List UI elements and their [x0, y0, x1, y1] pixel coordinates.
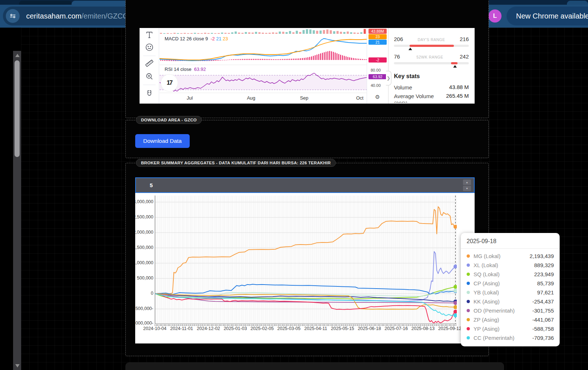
macd-hist-value: -2	[210, 36, 215, 41]
page-content: MACD 12 26 close 9 -2 21 23 RSI 14 close…	[0, 28, 588, 370]
tooltip-date: 2025-09-18	[461, 233, 560, 249]
volume-bars-chart	[160, 29, 367, 34]
magnet-tool-icon[interactable]	[145, 89, 154, 98]
wk52-low: 76	[394, 53, 400, 60]
series-dot-icon	[467, 291, 470, 294]
download-section-legend: DOWNLOAD AREA - GZCO	[136, 116, 202, 124]
chart-section: MACD 12 26 close 9 -2 21 23 RSI 14 close…	[125, 0, 489, 118]
broker-chart-panel: -1,000,000-500,0000500,0001,000,0001,500…	[135, 193, 475, 343]
price-scale[interactable]: 43.88M 23 21 -2 80.00 63.92 40.00 ⚙	[367, 28, 388, 104]
rsi-scale-40: 40.00	[371, 83, 381, 88]
key-stats-title: Key stats	[394, 73, 420, 80]
wk52-track	[394, 62, 469, 64]
series-dot-icon	[467, 336, 470, 339]
time-axis-label: Oct	[351, 95, 368, 101]
tooltip-series-value: 97,621	[537, 289, 554, 295]
collapse-chevron-button[interactable]: ❯	[386, 71, 391, 85]
tooltip-series-value: -441,067	[532, 317, 554, 323]
tooltip-row: KK (Asing)-254,437	[467, 297, 554, 306]
scrollbar-up-arrow[interactable]	[15, 54, 20, 57]
stepper-down-button[interactable]: ▼	[463, 186, 471, 191]
tv-drawing-toolbar	[140, 28, 159, 104]
scrollbar-down-arrow[interactable]	[15, 364, 20, 367]
tooltip-series-value: -588,758	[532, 326, 554, 332]
ruler-tool-icon[interactable]	[145, 59, 154, 68]
day-range-track	[394, 45, 469, 47]
rsi-scale-80: 80.00	[371, 68, 381, 72]
macd-fast-value: 21	[216, 36, 221, 41]
tradingview-logo[interactable]: 17	[161, 75, 178, 91]
avg-volume-value: 265.45 M	[446, 93, 469, 103]
day-range-marker	[408, 48, 412, 50]
macd-label: MACD 12 26 close 9 -2 21 23	[165, 36, 228, 41]
day-range-label: DAY'S RANGE	[418, 37, 445, 42]
avg-volume-label: Average Volume(30D)	[394, 93, 434, 103]
series-end-dot-ZP	[454, 305, 457, 309]
site-settings-icon[interactable]	[6, 9, 20, 23]
emoji-tool-icon[interactable]	[145, 43, 154, 52]
series-dot-icon	[467, 327, 470, 330]
text-tool-icon[interactable]	[145, 30, 154, 40]
y-tick-label: 2,000,000	[135, 230, 153, 235]
tooltip-series-value: 223,949	[534, 271, 554, 277]
wk52-segment	[451, 62, 458, 64]
browser-window: ceritasaham.com/emiten/GZCO ☆ L New Chro…	[0, 0, 588, 370]
tooltip-row: ZP (Asing)-441,067	[467, 315, 554, 324]
tooltip-series-value: -301,755	[532, 307, 554, 314]
update-chrome-button[interactable]: New Chrome available	[507, 7, 588, 25]
macd-fast-badge: 21	[368, 40, 387, 45]
tooltip-row: CP (Asing)85,739	[467, 279, 554, 288]
tooltip-row: MG (Lokal)2,193,439	[467, 252, 554, 261]
tooltip-row: CC (Pemerintah)-709,736	[467, 333, 554, 342]
tooltip-series-value: -254,437	[532, 298, 554, 305]
series-dot-icon	[467, 318, 470, 321]
tooltip-series-label: KK (Asing)	[474, 298, 500, 305]
wk52-marker	[453, 65, 457, 68]
series-dot-icon	[467, 273, 470, 276]
panel-divider	[388, 28, 388, 104]
series-dot-icon	[467, 254, 470, 258]
next-section-panel	[125, 362, 504, 370]
y-tick-label: 500,000	[135, 276, 153, 281]
scrollbar-thumb[interactable]	[15, 60, 20, 157]
tradingview-panel: MACD 12 26 close 9 -2 21 23 RSI 14 close…	[140, 28, 475, 104]
stepper-up-button[interactable]: ▲	[463, 180, 471, 185]
series-dot-icon	[467, 300, 470, 303]
tooltip-series-label: XL (Lokal)	[474, 262, 498, 268]
broker-lines-chart	[155, 196, 457, 324]
url-text[interactable]: ceritasaham.com/emiten/GZCO	[26, 12, 128, 20]
volume-label: Volume	[394, 84, 412, 91]
browser-tab[interactable]	[567, 1, 588, 5]
toolbar-divider	[143, 85, 156, 85]
broker-summary-legend: BROKER SUMMARY AGGREGATES - DATA KUMULAT…	[136, 159, 336, 167]
tooltip-series-label: ZP (Asing)	[474, 317, 499, 323]
pane-divider	[160, 93, 367, 93]
macd-slow-value: 23	[223, 36, 228, 41]
chart-settings-gear-icon[interactable]: ⚙	[375, 94, 380, 100]
y-tick-label: 2,500,000	[135, 214, 153, 220]
tooltip-series-label: MG (Lokal)	[474, 253, 500, 259]
y-tick-label: 3,000,000	[135, 199, 153, 204]
profile-avatar[interactable]: L	[488, 9, 502, 23]
wk52-label: 52WK RANGE	[416, 55, 443, 59]
tooltip-row: YP (Asing)-588,758	[467, 324, 554, 333]
browser-tab[interactable]	[19, 1, 72, 5]
broker-plot-area[interactable]	[155, 196, 456, 324]
series-end-dot-SQ	[454, 285, 457, 289]
tooltip-series-label: SQ (Lokal)	[474, 271, 500, 277]
tooltip-row: OD (Pemerintah)-301,755	[467, 306, 554, 315]
time-axis-label: Jul	[181, 95, 198, 101]
series-dot-icon	[467, 309, 470, 312]
tooltip-row: XL (Lokal)889,329	[467, 261, 554, 270]
top-n-input[interactable]: 5 ▲ ▼	[135, 177, 475, 193]
zoom-in-tool-icon[interactable]	[145, 72, 154, 81]
tooltip-series-value: 889,329	[534, 262, 554, 268]
series-end-dot-CC	[454, 313, 457, 317]
day-range-low: 206	[394, 36, 403, 42]
tooltip-series-value: -709,736	[532, 335, 554, 341]
tooltip-series-label: YB (Lokal)	[474, 289, 499, 295]
series-line-MG	[155, 207, 455, 294]
tv-chart-area[interactable]: MACD 12 26 close 9 -2 21 23 RSI 14 close…	[160, 28, 367, 104]
series-dot-icon	[467, 282, 470, 285]
download-data-button[interactable]: Download Data	[135, 134, 190, 148]
